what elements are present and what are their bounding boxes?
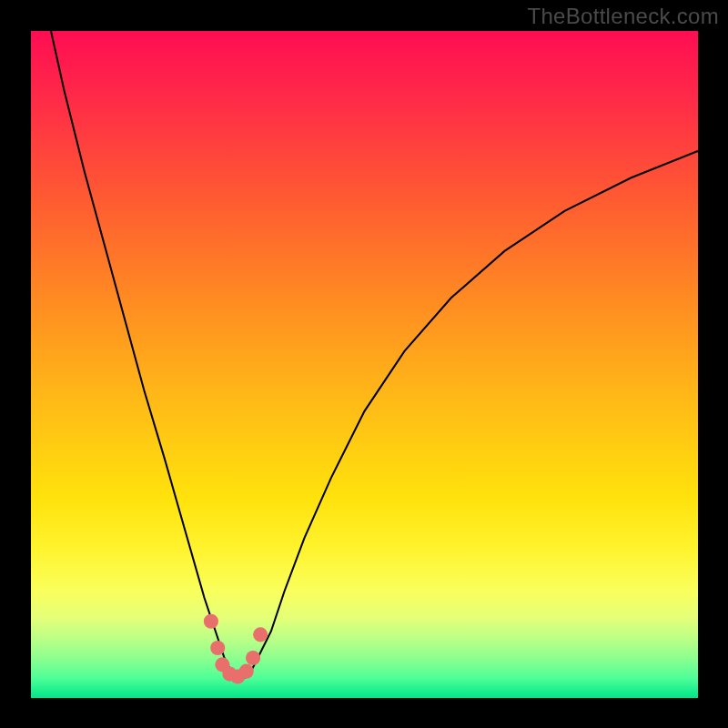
chart-frame: TheBottleneck.com	[0, 0, 728, 728]
curve-marker	[239, 664, 254, 679]
bottleneck-curve	[31, 31, 698, 698]
watermark-text: TheBottleneck.com	[527, 4, 719, 29]
curve-marker	[204, 614, 218, 629]
plot-area	[31, 31, 698, 698]
curve-marker	[246, 651, 260, 665]
curve-marker	[253, 627, 268, 642]
curve-marker	[210, 641, 225, 655]
